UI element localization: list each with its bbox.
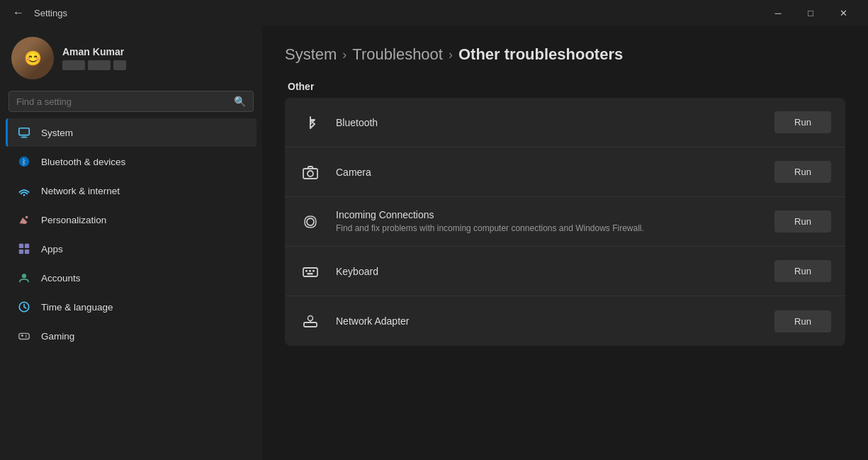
svg-point-19 xyxy=(308,171,313,176)
profile-name: Aman Kumar xyxy=(62,46,126,57)
sidebar-item-time-label: Time & language xyxy=(41,302,113,313)
bluetooth-title: Bluetooth xyxy=(336,117,760,128)
troubleshooter-camera: Camera Run xyxy=(285,147,845,197)
avatar-image: 😊 xyxy=(11,37,54,79)
incoming-run-button[interactable]: Run xyxy=(774,211,831,232)
incoming-desc: Find and fix problems with incoming comp… xyxy=(336,223,760,235)
sidebar-item-personalization-label: Personalization xyxy=(41,215,106,225)
troubleshooter-keyboard: Keyboard Run xyxy=(285,247,845,296)
sidebar: 😊 Aman Kumar 🔍 xyxy=(0,26,262,460)
svg-rect-25 xyxy=(308,273,313,275)
camera-run-button[interactable]: Run xyxy=(774,161,831,183)
keyboard-run-button[interactable]: Run xyxy=(774,260,831,282)
svg-point-17 xyxy=(26,336,27,337)
svg-rect-26 xyxy=(304,322,317,327)
apps-nav-icon xyxy=(17,242,31,256)
accounts-nav-icon xyxy=(17,271,31,285)
sidebar-item-gaming-label: Gaming xyxy=(41,331,74,342)
svg-rect-13 xyxy=(19,333,29,339)
network-adapter-title: Network Adapter xyxy=(336,315,760,327)
sidebar-item-system[interactable]: System xyxy=(6,118,257,147)
profile-section: 😊 Aman Kumar xyxy=(0,26,262,88)
svg-point-16 xyxy=(26,335,27,336)
avatar: 😊 xyxy=(11,37,54,79)
svg-rect-10 xyxy=(25,249,29,254)
breadcrumb-system[interactable]: System xyxy=(285,45,337,64)
svg-rect-24 xyxy=(312,270,315,272)
maximize-button[interactable]: □ xyxy=(794,0,827,26)
bluetooth-nav-icon: ᛒ xyxy=(17,155,31,169)
incoming-card-text: Incoming Connections Find and fix proble… xyxy=(336,209,760,235)
search-container: 🔍 xyxy=(0,88,262,118)
sidebar-item-apps[interactable]: Apps xyxy=(6,235,257,263)
sidebar-item-accounts-label: Accounts xyxy=(41,273,81,284)
dot-block-1 xyxy=(62,60,85,70)
breadcrumb-current: Other troubleshooters xyxy=(458,45,623,64)
breadcrumb: System › Troubleshoot › Other troublesho… xyxy=(285,45,845,64)
camera-card-text: Camera xyxy=(336,167,760,178)
incoming-title: Incoming Connections xyxy=(336,209,760,220)
main-layout: 😊 Aman Kumar 🔍 xyxy=(0,26,868,460)
time-nav-icon xyxy=(17,300,31,314)
svg-point-20 xyxy=(307,218,314,225)
svg-text:ᛒ: ᛒ xyxy=(22,158,26,166)
troubleshooter-bluetooth: Bluetooth Run xyxy=(285,98,845,147)
sidebar-item-gaming[interactable]: Gaming xyxy=(6,322,257,350)
section-title: Other xyxy=(285,81,845,92)
sidebar-item-system-label: System xyxy=(41,128,73,138)
close-button[interactable]: ✕ xyxy=(827,0,859,26)
troubleshooter-incoming: Incoming Connections Find and fix proble… xyxy=(285,197,845,247)
svg-rect-9 xyxy=(19,249,23,254)
svg-rect-21 xyxy=(303,268,317,276)
troubleshooter-network-adapter: Network Adapter Run xyxy=(285,296,845,346)
breadcrumb-troubleshoot[interactable]: Troubleshoot xyxy=(352,45,443,64)
breadcrumb-sep-1: › xyxy=(342,47,346,62)
network-nav-icon xyxy=(17,184,31,198)
search-input[interactable] xyxy=(16,96,228,107)
titlebar: ← Settings ─ □ ✕ xyxy=(0,0,868,26)
window-controls: ─ □ ✕ xyxy=(762,0,859,26)
network-adapter-icon xyxy=(299,310,322,332)
back-button[interactable]: ← xyxy=(9,3,28,23)
breadcrumb-sep-2: › xyxy=(449,47,453,62)
dot-block-3 xyxy=(113,60,126,70)
sidebar-item-bluetooth-label: Bluetooth & devices xyxy=(41,157,125,167)
sidebar-item-accounts[interactable]: Accounts xyxy=(6,264,257,292)
troubleshooters-list: Bluetooth Run Camera Run xyxy=(285,98,845,346)
profile-dots xyxy=(62,60,126,70)
svg-rect-0 xyxy=(19,128,29,135)
sidebar-item-time[interactable]: Time & language xyxy=(6,293,257,321)
minimize-button[interactable]: ─ xyxy=(762,0,794,26)
gaming-nav-icon xyxy=(17,329,31,343)
keyboard-title: Keyboard xyxy=(336,266,760,277)
svg-rect-23 xyxy=(309,270,311,272)
bluetooth-run-button[interactable]: Run xyxy=(774,111,831,133)
dot-block-2 xyxy=(88,60,111,70)
camera-title: Camera xyxy=(336,167,760,178)
personalization-nav-icon xyxy=(17,213,31,227)
svg-point-6 xyxy=(26,216,28,219)
incoming-icon xyxy=(299,211,322,233)
sidebar-item-network-label: Network & internet xyxy=(41,186,120,196)
svg-rect-22 xyxy=(305,270,308,272)
system-icon xyxy=(17,125,31,140)
network-adapter-card-text: Network Adapter xyxy=(336,315,760,327)
camera-icon xyxy=(299,161,322,184)
sidebar-item-network[interactable]: Network & internet xyxy=(6,176,257,205)
keyboard-icon xyxy=(299,260,322,283)
profile-info: Aman Kumar xyxy=(62,46,126,70)
search-icon: 🔍 xyxy=(234,96,246,107)
svg-rect-8 xyxy=(25,244,29,248)
sidebar-nav: System ᛒ Bluetooth & devices xyxy=(0,118,262,351)
sidebar-item-personalization[interactable]: Personalization xyxy=(6,206,257,234)
network-adapter-run-button[interactable]: Run xyxy=(774,310,831,332)
svg-point-27 xyxy=(308,316,313,321)
search-box[interactable]: 🔍 xyxy=(9,91,254,112)
bluetooth-card-text: Bluetooth xyxy=(336,117,760,128)
svg-point-5 xyxy=(23,194,26,196)
sidebar-item-bluetooth[interactable]: ᛒ Bluetooth & devices xyxy=(6,147,257,176)
svg-rect-7 xyxy=(19,244,23,248)
svg-point-11 xyxy=(22,274,26,278)
keyboard-card-text: Keyboard xyxy=(336,266,760,277)
sidebar-item-apps-label: Apps xyxy=(41,244,63,254)
